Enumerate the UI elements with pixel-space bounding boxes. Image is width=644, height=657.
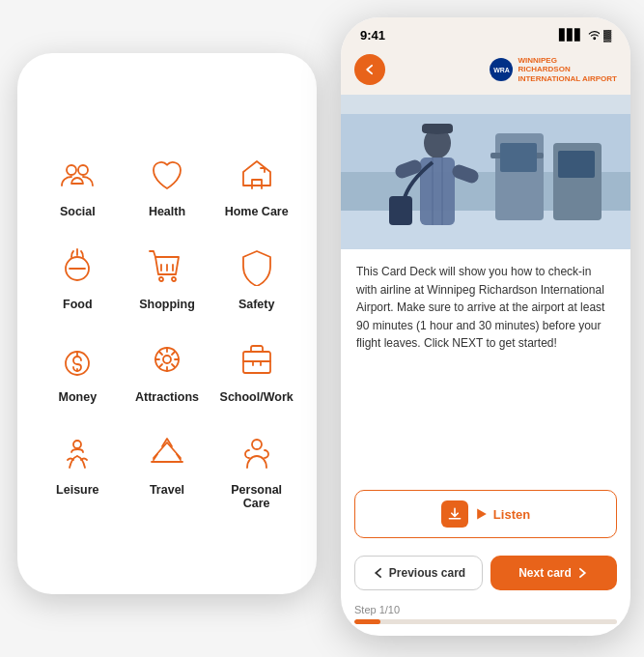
health-label: Health: [149, 205, 185, 218]
grid-item-social[interactable]: Social: [35, 139, 121, 224]
home-care-label: Home Care: [225, 205, 289, 218]
svg-marker-31: [477, 508, 487, 519]
food-icon: [52, 242, 102, 292]
shopping-label: Shopping: [139, 298, 195, 311]
leisure-icon: [52, 427, 102, 477]
svg-rect-15: [341, 95, 630, 114]
progress-label: Step 1/10: [354, 604, 617, 615]
back-button[interactable]: [354, 54, 385, 85]
app-grid: Social Health Home Care: [35, 139, 299, 516]
money-label: Money: [59, 390, 98, 404]
grid-item-school-work[interactable]: School/Work: [213, 325, 299, 410]
scene: Social Health Home Care: [0, 0, 644, 657]
grid-item-personal-care[interactable]: Personal Care: [213, 417, 299, 516]
card-text: This Card Deck will show you how to chec…: [356, 263, 615, 353]
next-card-button[interactable]: Next card: [490, 556, 617, 590]
phone-right: 9:41 ▋▋▋ ▓ WRA WINNIPEGRICHARDSONINTERNA…: [341, 17, 630, 636]
svg-point-3: [159, 277, 163, 281]
svg-point-10: [252, 440, 262, 449]
grid-item-health[interactable]: Health: [125, 139, 210, 224]
card-header: WRA WINNIPEGRICHARDSONINTERNATIONAL AIRP…: [341, 46, 630, 95]
signal-icon: ▋▋▋: [559, 29, 582, 42]
status-icons: ▋▋▋ ▓: [559, 27, 611, 43]
food-label: Food: [63, 298, 93, 311]
personal-care-label: Personal Care: [217, 483, 295, 510]
grid-item-attractions[interactable]: Attractions: [125, 325, 210, 410]
progress-bar-fill: [354, 619, 380, 624]
nav-buttons: Previous card Next card: [341, 548, 630, 600]
leisure-label: Leisure: [56, 483, 98, 497]
logo-circle: WRA: [490, 58, 513, 81]
svg-point-0: [67, 165, 76, 175]
shopping-icon: [142, 242, 192, 292]
svg-point-1: [78, 165, 88, 175]
download-icon: [441, 500, 468, 528]
svg-rect-19: [500, 143, 537, 172]
svg-rect-23: [422, 124, 453, 133]
travel-label: Travel: [150, 483, 184, 497]
card-image: [341, 95, 630, 249]
logo-text: WINNIPEGRICHARDSONINTERNATIONAL AIRPORT: [518, 56, 617, 84]
grid-item-shopping[interactable]: Shopping: [125, 232, 210, 317]
airport-logo: WRA WINNIPEGRICHARDSONINTERNATIONAL AIRP…: [490, 56, 617, 84]
phone-left: Social Health Home Care: [17, 53, 317, 594]
svg-rect-20: [558, 151, 595, 178]
progress-area: Step 1/10: [341, 600, 630, 636]
battery-icon: ▓: [603, 29, 611, 41]
safety-label: Safety: [238, 298, 275, 311]
wifi-icon: [586, 27, 600, 43]
card-body: This Card Deck will show you how to chec…: [341, 249, 630, 480]
listen-label: Listen: [474, 506, 530, 522]
grid-item-food[interactable]: Food: [35, 232, 121, 317]
money-icon: [52, 334, 102, 385]
grid-item-safety[interactable]: Safety: [213, 232, 299, 317]
svg-point-4: [172, 277, 176, 281]
progress-bar: [354, 619, 617, 624]
status-time: 9:41: [360, 28, 385, 43]
svg-point-9: [73, 441, 81, 448]
svg-point-7: [163, 356, 171, 363]
social-label: Social: [60, 205, 96, 218]
svg-point-11: [594, 38, 596, 40]
prev-card-button[interactable]: Previous card: [354, 556, 483, 590]
health-icon: [142, 149, 192, 199]
svg-rect-8: [243, 352, 270, 373]
attractions-icon: [142, 334, 192, 385]
travel-icon: [142, 427, 192, 477]
grid-item-travel[interactable]: Travel: [125, 417, 210, 516]
grid-item-home-care[interactable]: Home Care: [213, 139, 299, 224]
personal-care-icon: [232, 427, 282, 477]
school-work-label: School/Work: [220, 390, 294, 404]
school-work-icon: [232, 334, 282, 385]
safety-icon: [232, 242, 282, 292]
home-care-icon: [232, 149, 282, 199]
social-icon: [52, 149, 102, 199]
grid-item-money[interactable]: Money: [35, 325, 121, 410]
grid-item-leisure[interactable]: Leisure: [35, 417, 121, 516]
attractions-label: Attractions: [135, 390, 199, 404]
svg-rect-30: [389, 196, 412, 225]
listen-bar[interactable]: Listen: [354, 490, 617, 538]
status-bar: 9:41 ▋▋▋ ▓: [341, 17, 630, 46]
